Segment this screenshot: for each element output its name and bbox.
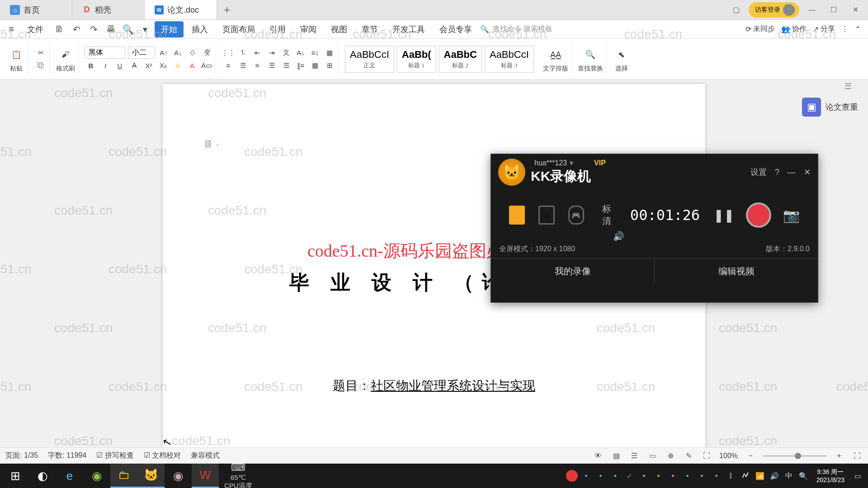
recorder-settings-button[interactable]: 设置 [750,167,767,178]
menu-file[interactable]: 文件 [21,21,50,38]
volume-icon[interactable]: 🔊 [769,470,780,482]
tray-icon[interactable]: ✓ [624,470,636,482]
grow-font-icon[interactable]: A↑ [158,47,170,58]
collab-button[interactable]: 👥协作 [781,24,807,34]
tray-icon[interactable]: ▪ [580,470,592,482]
explorer-icon[interactable]: 🗀 [110,464,137,488]
text-layout-icon[interactable]: A̲A̲ [547,46,565,64]
recorder-taskbar-icon[interactable]: 🐱 [137,464,165,488]
minimize-button[interactable]: — [803,1,821,19]
wps-icon[interactable]: W [192,464,219,488]
menu-start[interactable]: 开始 [155,21,184,38]
char-border-icon[interactable]: A▭ [201,60,212,71]
indent-icon[interactable]: ⇥ [266,47,278,59]
page-view-icon[interactable]: ▤ [611,450,622,461]
shrink-font-icon[interactable]: A↓ [172,47,184,58]
window-index-icon[interactable]: ▢ [727,1,745,19]
menu-vip[interactable]: 会员专享 [433,21,478,38]
command-search[interactable]: 🔍查找命令 [480,24,522,34]
menu-review[interactable]: 审阅 [294,21,323,38]
template-search[interactable]: 搜索模板 [524,24,552,34]
dropdown-icon[interactable]: ▾ [570,159,573,167]
menu-insert[interactable]: 插入 [185,21,214,38]
tab-home[interactable]: ⌂首页 [0,0,72,19]
underline-icon[interactable]: U [114,60,126,71]
menu-dev[interactable]: 开发工具 [386,21,431,38]
line-height-icon[interactable]: ‖≡ [295,60,307,71]
tray-icon[interactable]: ▪ [653,470,665,482]
tray-icon[interactable]: ▪ [595,470,607,482]
window-mode-button[interactable]: ▭ [538,206,554,225]
clear-format-icon[interactable]: ◇ [187,47,198,58]
numbering-icon[interactable]: ⒈ [237,47,249,59]
tray-icon[interactable]: ▪ [609,470,621,482]
battery-icon[interactable]: 🗲 [740,470,751,482]
volume-icon[interactable]: 🔊 [613,231,624,242]
fullscreen-mode-button[interactable] [509,206,525,225]
subscript-icon[interactable]: X₂ [157,60,169,71]
record-button[interactable] [746,202,771,228]
help-icon[interactable]: ? [775,168,779,177]
sync-button[interactable]: ⟳未同步 [745,24,775,34]
para-border-icon[interactable]: ⊞ [324,60,335,71]
tray-icon[interactable] [566,470,578,482]
app-icon[interactable]: ◉ [165,464,192,488]
more-icon[interactable]: ⋮ [841,25,849,33]
zoom-out-icon[interactable]: − [745,450,756,461]
menu-chapter[interactable]: 章节 [355,21,384,38]
superscript-icon[interactable]: X² [143,60,155,71]
wifi-icon[interactable]: 📶 [754,470,766,482]
close-button[interactable]: ✕ [846,1,864,19]
sort-icon[interactable]: A↓ [295,47,307,59]
font-color-icon[interactable]: A [186,60,198,71]
asian-layout-icon[interactable]: 文 [280,47,292,59]
bold-icon[interactable]: B [85,60,97,71]
save-icon[interactable]: 🗎 [52,22,67,37]
tray-icon[interactable]: ▪ [682,470,693,482]
bluetooth-icon[interactable]: ᛒ [725,470,737,482]
clock[interactable]: 9:36 周一 2021/8/23 [812,468,849,484]
phonetic-icon[interactable]: 变 [201,47,213,58]
new-tab-button[interactable]: + [217,0,237,19]
find-replace-icon[interactable]: 🔍 [581,46,599,64]
format-brush-icon[interactable]: 🖌 [57,46,75,64]
fullscreen-icon[interactable]: ⛶ [852,450,863,461]
start-button[interactable]: ⊞ [2,464,29,488]
menu-view[interactable]: 视图 [325,21,354,38]
redo-icon[interactable]: ↷ [86,22,101,37]
cpu-temp-widget[interactable]: ⌨ 65℃ CPU温度 [219,462,258,488]
pause-button[interactable]: ❚❚ [713,208,734,223]
copy-icon[interactable]: ⿻ [35,60,47,71]
recorder-titlebar[interactable]: 🐱 hua***123 ▾ VIP KK录像机 设置 ? — ✕ [491,154,818,190]
ie-icon[interactable]: e [56,464,83,488]
undo-icon[interactable]: ↶ [69,22,84,37]
line-spacing-icon[interactable]: ≡↕ [309,47,321,59]
web-view-icon[interactable]: ⊕ [665,450,676,461]
edit-video-tab[interactable]: 编辑视频 [655,258,818,284]
cortana-icon[interactable]: ◐ [29,464,56,488]
outdent-icon[interactable]: ⇤ [251,47,263,59]
close-icon[interactable]: ✕ [804,167,811,177]
dropdown-icon[interactable]: ▾ [137,22,153,37]
font-size-select[interactable]: 小二 [128,47,155,59]
menu-ref[interactable]: 引用 [263,21,292,38]
style-h3[interactable]: AaBbCcI标题 3 [485,46,534,73]
share-button[interactable]: ↗分享 [813,24,835,34]
fit-width-icon[interactable]: ⛶ [701,450,712,461]
borders-icon[interactable]: ▦ [324,47,335,59]
tray-icon[interactable]: ▪ [696,470,708,482]
style-h2[interactable]: AaBbC标题 2 [439,46,482,73]
word-count[interactable]: 字数: 11994 [48,451,86,460]
plagiarism-check-button[interactable]: ▣ 论文查重 [802,98,858,117]
align-right-icon[interactable]: ≡ [251,60,263,71]
menu-layout[interactable]: 页面布局 [216,21,261,38]
shading-icon[interactable]: ▦ [309,60,321,71]
login-button[interactable]: 访客登录 [749,2,799,18]
my-recordings-tab[interactable]: 我的录像 [491,258,655,284]
pen-icon[interactable]: ✎ [683,450,694,461]
strike-icon[interactable]: A̶ [128,60,140,71]
style-normal[interactable]: AaBbCcI正文 [345,46,394,73]
page-indicator[interactable]: 页面: 1/35 [5,451,38,460]
browser-icon[interactable]: ◉ [83,464,110,488]
outline-toggle-icon[interactable]: ☰ [844,81,852,91]
